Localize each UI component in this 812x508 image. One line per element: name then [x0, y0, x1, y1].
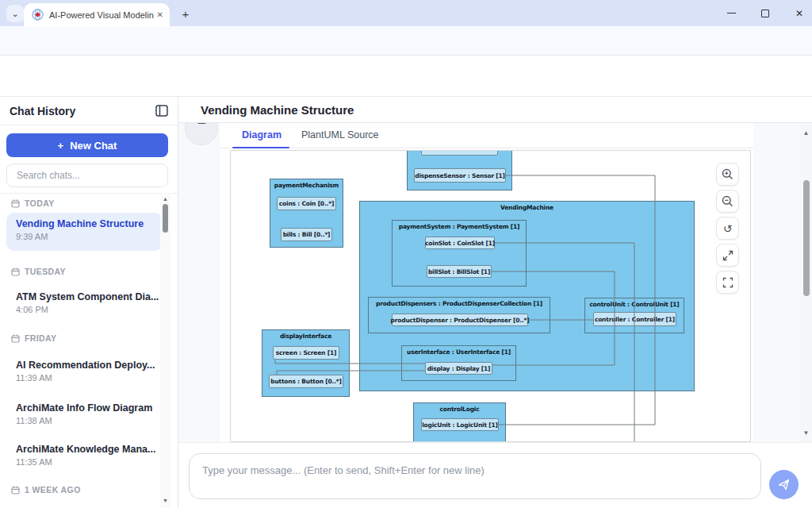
sidebar-scrollbar[interactable]: ▲ ▼ — [160, 193, 170, 508]
reset-view-button[interactable]: ↺ — [716, 217, 739, 240]
window-maximize-button[interactable] — [752, 3, 779, 23]
message-input[interactable] — [189, 453, 761, 499]
uml-part-bill-slot: billSlot : BillSlot [1] — [427, 265, 492, 278]
scroll-up-icon[interactable]: ▲ — [800, 129, 812, 137]
chat-message-area: Diagram PlantUML Source dispenseSensor :… — [178, 123, 812, 442]
sidebar-scrollbar-thumb[interactable] — [163, 204, 168, 233]
window-minimize-button[interactable] — [718, 3, 745, 23]
uml-part-bills: bills : Bill [0..*] — [281, 228, 332, 241]
tab-diagram[interactable]: Diagram — [242, 129, 282, 140]
chat-scrollbar-thumb[interactable] — [803, 180, 810, 296]
active-tab-underline — [232, 147, 289, 148]
uml-part-display: display : Display [1] — [425, 362, 492, 375]
paper-plane-icon — [777, 478, 791, 491]
diagram-tabs: Diagram PlantUML Source — [220, 123, 753, 148]
uml-part-coin-slot: coinSlot : CoinSlot [1] — [425, 237, 495, 249]
fullscreen-button[interactable] — [716, 271, 739, 294]
tab-close-icon[interactable]: ✕ — [157, 10, 163, 19]
expand-button[interactable] — [716, 244, 739, 267]
sidebar-header: Chat History — [0, 97, 178, 125]
uml-part-screen: screen : Screen [1] — [273, 346, 339, 360]
scroll-up-icon[interactable]: ▲ — [160, 196, 170, 202]
collapse-panel-icon[interactable] — [155, 105, 168, 117]
conversation-header: Vending Machine Structure — [178, 97, 812, 123]
assistant-message-card: Diagram PlantUML Source dispenseSensor :… — [220, 123, 753, 442]
section-label-week-ago: 1 WEEK AGO — [11, 485, 81, 495]
sidebar-title: Chat History — [10, 105, 75, 117]
uml-diagram-canvas[interactable]: dispenseSensor : Sensor [1] paymentMecha… — [230, 150, 751, 442]
calendar-icon — [11, 486, 20, 495]
browser-toolbar: ← → ↻ ai-toolbox.visual-paradigm.com/app… — [0, 26, 812, 56]
message-input-area — [178, 442, 812, 508]
conversation-title: Vending Machine Structure — [201, 103, 354, 117]
app-header: Chatbot Powered by Visual Paradigm More … — [0, 56, 812, 97]
uml-part-controller: controller : Controller [1] — [593, 312, 676, 326]
tab-search-chevron-icon[interactable]: ⌄ — [6, 5, 24, 22]
scroll-down-icon[interactable]: ▼ — [160, 498, 170, 503]
send-button[interactable] — [769, 470, 799, 499]
zoom-out-button[interactable] — [716, 190, 739, 213]
maximize-icon — [761, 10, 769, 17]
section-label-tuesday: TUESDAY — [11, 267, 66, 276]
section-label-friday: FRIDAY — [11, 333, 57, 343]
chat-history-item[interactable]: ArchiMate Info Flow Diagram 11:38 AM — [6, 397, 163, 435]
section-label-today: TODAY — [11, 198, 55, 208]
chat-scrollbar[interactable]: ▲ ▼ — [800, 123, 812, 442]
tab-plantuml-source[interactable]: PlantUML Source — [301, 129, 379, 140]
uml-part-logic-unit: logicUnit : LogicUnit [1] — [421, 418, 499, 431]
uml-part-coins: coins : Coin [0..*] — [277, 197, 336, 210]
new-tab-button[interactable]: + — [178, 6, 193, 21]
tab-title: AI-Powered Visual Modeling Ch — [49, 10, 154, 20]
new-chat-button[interactable]: + New Chat — [6, 133, 168, 157]
calendar-icon — [11, 199, 20, 208]
chat-history-item[interactable]: ArchiMate Knowledge Mana... 11:35 AM — [6, 438, 163, 476]
uml-part-product-dispenser: productDispenser : ProductDispenser [0..… — [392, 314, 528, 326]
sidebar-divider — [0, 193, 178, 194]
uml-part-clipped — [421, 150, 498, 156]
chat-history-sidebar: Chat History + New Chat TODAY Vending Ma… — [0, 97, 178, 508]
window-close-button[interactable]: ✕ — [786, 3, 812, 23]
uml-part-buttons: buttons : Button [0..*] — [269, 375, 343, 388]
calendar-icon — [11, 267, 20, 276]
zoom-in-button[interactable] — [716, 163, 739, 186]
calendar-icon — [11, 334, 20, 343]
browser-tab-strip: ⌄ AI-Powered Visual Modeling Ch ✕ + ✕ — [0, 0, 812, 26]
chat-history-item[interactable]: Vending Machine Structure 9:39 AM — [6, 213, 163, 251]
scroll-top-button[interactable] — [185, 123, 218, 145]
search-chats-input[interactable] — [6, 164, 168, 187]
minimize-icon — [727, 13, 736, 13]
scroll-down-icon[interactable]: ▼ — [800, 429, 812, 437]
window-glyph-icon — [197, 123, 207, 124]
chat-history-item[interactable]: AI Recommendation Deploy... 11:39 AM — [6, 354, 163, 392]
plus-icon: + — [58, 140, 64, 152]
tab-favicon-vp-logo — [32, 9, 44, 21]
uml-part-dispense-sensor: dispenseSensor : Sensor [1] — [414, 168, 506, 183]
chat-history-item[interactable]: ATM System Component Dia... 4:06 PM — [6, 286, 163, 324]
browser-tab[interactable]: AI-Powered Visual Modeling Ch ✕ — [24, 3, 170, 26]
